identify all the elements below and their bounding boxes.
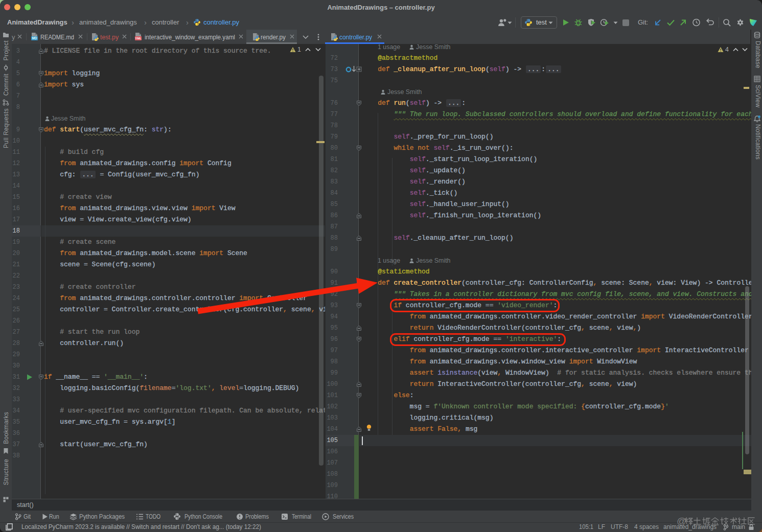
svg-text:YML: YML: [135, 37, 142, 40]
svg-text:MD: MD: [32, 36, 37, 40]
